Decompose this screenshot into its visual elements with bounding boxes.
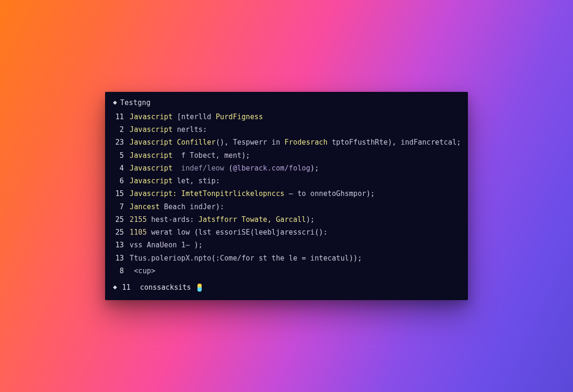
- footer-text: conssacksits: [140, 283, 191, 292]
- editor-footer: 11 conssacksits: [105, 278, 468, 292]
- token: indFancretcal: [401, 138, 457, 147]
- token: PurdFigness: [216, 113, 263, 121]
- code-line[interactable]: 13Ttus.poleriopX.npto(:Come/for st the l…: [105, 252, 468, 265]
- token: );: [194, 241, 203, 249]
- token: Jatsfforr Towate, Garcall: [198, 215, 306, 224]
- code-content[interactable]: Javascript Confiller(), Tespwerr in Frod…: [130, 137, 461, 148]
- code-content[interactable]: Javascript let, stip:: [130, 176, 220, 187]
- token: Javascript: [130, 151, 181, 160]
- token: tptoFfusthRte: [332, 138, 388, 147]
- token: vss AnaUeon 1—: [130, 241, 194, 249]
- token: Javascript: [130, 177, 177, 185]
- line-number: 7: [114, 202, 130, 212]
- code-line[interactable]: 5Javascript f Tobect, ment);: [105, 149, 468, 162]
- line-number: 25: [114, 227, 130, 238]
- line-number: 15: [114, 188, 130, 199]
- token: indef/leow: [181, 164, 229, 172]
- token: :Come/for st the le: [216, 254, 302, 262]
- code-line[interactable]: 252155 hest-ards: Jatsfforr Towate, Garc…: [105, 213, 468, 226]
- code-content[interactable]: <cup>: [130, 266, 156, 277]
- token: (: [250, 228, 254, 237]
- token: 1105: [130, 228, 151, 237]
- cursor-icon: [197, 284, 202, 292]
- token: let, stip: [177, 177, 215, 185]
- code-content[interactable]: 1105 werat low (lst essoriSE(leebljaress…: [130, 227, 327, 238]
- line-number: 13: [114, 253, 130, 264]
- token: Tespwerr in: [233, 138, 285, 147]
- token: Javascript: [130, 113, 177, 121]
- token: :: [203, 125, 207, 134]
- line-number: 13: [114, 240, 130, 251]
- token: ):: [216, 203, 224, 211]
- token: Ttus.poleriopX.npto: [130, 254, 211, 262]
- code-line[interactable]: 7Jancest Beach indJer):: [105, 201, 468, 213]
- token: ),: [388, 138, 401, 147]
- token: [nterlld: [177, 113, 215, 121]
- token: ImtetTonpitrlickelopnccs: [181, 189, 289, 198]
- token: nerlts: [177, 125, 203, 134]
- token: hest-ards:: [151, 215, 198, 224]
- code-lines[interactable]: 11Javascript [nterlld PurdFigness2Javasc…: [105, 110, 468, 278]
- code-content[interactable]: Javascript indef/leow (@lberack.com/folo…: [130, 163, 319, 174]
- line-number: 4: [114, 163, 130, 174]
- token: Jancest: [130, 203, 164, 211]
- code-content[interactable]: Javascript: ImtetTonpitrlickelopnccs — t…: [130, 188, 375, 199]
- code-line[interactable]: 23Javascript Confiller(), Tespwerr in Fr…: [105, 136, 468, 149]
- editor-header: Testgng: [105, 98, 468, 110]
- token: f Tobect, ment: [181, 151, 242, 160]
- token: Javascript: [130, 138, 177, 147]
- token: 2155: [130, 215, 151, 224]
- token: [130, 267, 134, 275]
- token: (: [229, 164, 233, 172]
- token: to onnetoGhsmpor: [297, 189, 366, 198]
- line-number: 8: [114, 266, 130, 277]
- diamond-icon: [113, 101, 117, 105]
- token: <cup>: [134, 267, 156, 275]
- code-content[interactable]: 2155 hest-ards: Jatsfforr Towate, Garcal…: [130, 214, 315, 225]
- editor-title: Testgng: [120, 98, 151, 107]
- code-line[interactable]: 15Javascript: ImtetTonpitrlickelopnccs —…: [105, 188, 468, 200]
- token: );: [241, 151, 250, 160]
- token: =: [302, 254, 310, 262]
- token: intecatul: [311, 254, 349, 262]
- token: @lberack.com/folog: [233, 164, 310, 172]
- code-content[interactable]: Javascript [nterlld PurdFigness: [130, 112, 263, 122]
- code-content[interactable]: vss AnaUeon 1— );: [130, 240, 203, 251]
- code-content[interactable]: Ttus.poleriopX.npto(:Come/for st the le …: [130, 253, 362, 264]
- token: Confiller: [177, 138, 215, 147]
- token: ():: [315, 228, 327, 237]
- token: Beach indJer: [164, 203, 216, 211]
- code-content[interactable]: Javascript nerlts:: [130, 124, 207, 135]
- line-number: 5: [114, 150, 130, 161]
- token: —: [289, 189, 297, 198]
- token: Javascript: [130, 125, 177, 134]
- token: ));: [349, 254, 362, 262]
- token: );: [366, 189, 375, 198]
- line-number: 23: [114, 137, 130, 148]
- token: leebljaresscri: [254, 228, 315, 237]
- code-line[interactable]: 11Javascript [nterlld PurdFigness: [105, 111, 468, 123]
- token: Frodesrach: [285, 138, 332, 147]
- footer-line-number: 11: [120, 283, 136, 292]
- token: werat low: [151, 228, 194, 237]
- token: (),: [216, 138, 233, 147]
- line-number: 6: [114, 176, 130, 187]
- token: ;: [457, 138, 461, 147]
- line-number: 25: [114, 214, 130, 225]
- token: Javascript:: [130, 189, 181, 198]
- token: Javascript: [130, 164, 181, 172]
- code-line[interactable]: 251105 werat low (lst essoriSE(leebljare…: [105, 226, 468, 239]
- token: (: [211, 254, 215, 262]
- code-content[interactable]: Jancest Beach indJer):: [130, 202, 224, 212]
- code-content[interactable]: Javascript f Tobect, ment);: [130, 150, 250, 161]
- token: );: [306, 215, 314, 224]
- code-line[interactable]: 2Javascript nerlts:: [105, 123, 468, 136]
- token: (: [194, 228, 198, 237]
- code-line[interactable]: 6Javascript let, stip:: [105, 175, 468, 188]
- line-number: 2: [114, 124, 130, 135]
- code-line[interactable]: 13vss AnaUeon 1— );: [105, 239, 468, 252]
- code-line[interactable]: 8 <cup>: [105, 265, 468, 278]
- token: );: [311, 164, 319, 172]
- code-line[interactable]: 4Javascript indef/leow (@lberack.com/fol…: [105, 162, 468, 175]
- token: lst essoriSE: [198, 228, 250, 237]
